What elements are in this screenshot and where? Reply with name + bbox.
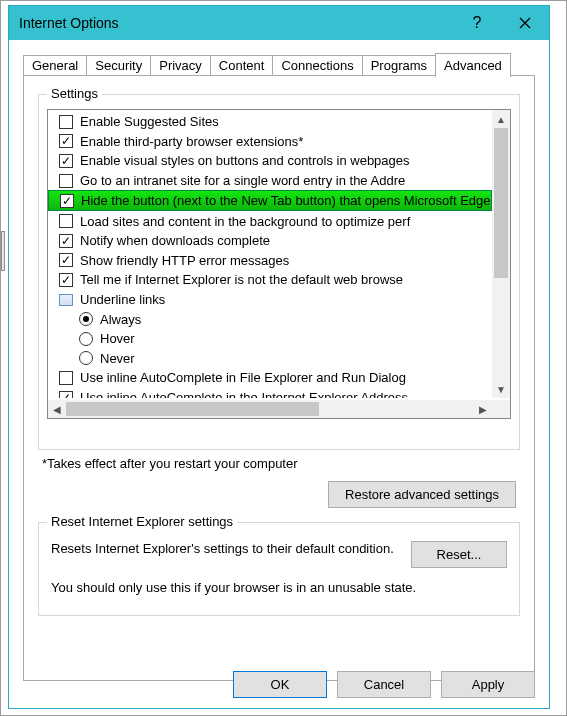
checkbox-icon[interactable] bbox=[59, 253, 73, 267]
checkbox-icon[interactable] bbox=[59, 371, 73, 385]
setting-item[interactable]: Tell me if Internet Explorer is not the … bbox=[48, 270, 492, 290]
help-button[interactable]: ? bbox=[453, 6, 501, 40]
setting-label: Notify when downloads complete bbox=[80, 233, 270, 248]
setting-label: Underline links bbox=[80, 292, 165, 307]
setting-label: Use inline AutoComplete in the Internet … bbox=[80, 390, 408, 398]
checkbox-icon[interactable] bbox=[59, 234, 73, 248]
setting-item[interactable]: Always bbox=[48, 309, 492, 329]
setting-item[interactable]: Go to an intranet site for a single word… bbox=[48, 171, 492, 191]
titlebar[interactable]: Internet Options ? bbox=[9, 6, 549, 40]
setting-item[interactable]: Hover bbox=[48, 329, 492, 349]
reset-button[interactable]: Reset... bbox=[411, 541, 507, 568]
checkbox-icon[interactable] bbox=[59, 154, 73, 168]
scroll-right-icon[interactable]: ▶ bbox=[474, 404, 492, 415]
checkbox-icon[interactable] bbox=[59, 115, 73, 129]
ok-button[interactable]: OK bbox=[233, 671, 327, 698]
tab-privacy[interactable]: Privacy bbox=[150, 55, 211, 76]
checkbox-icon[interactable] bbox=[59, 273, 73, 287]
group-header-icon bbox=[59, 294, 73, 306]
radio-icon[interactable] bbox=[79, 312, 93, 326]
reset-description: Resets Internet Explorer's settings to t… bbox=[51, 541, 397, 568]
setting-item[interactable]: Use inline AutoComplete in File Explorer… bbox=[48, 368, 492, 388]
setting-label: Hide the button (next to the New Tab but… bbox=[81, 193, 491, 208]
restore-advanced-button[interactable]: Restore advanced settings bbox=[328, 481, 516, 508]
setting-item[interactable]: Load sites and content in the background… bbox=[48, 211, 492, 231]
reset-group: Reset Internet Explorer settings Resets … bbox=[38, 522, 520, 616]
setting-label: Tell me if Internet Explorer is not the … bbox=[80, 272, 403, 287]
reset-group-label: Reset Internet Explorer settings bbox=[47, 514, 237, 529]
internet-options-dialog: Internet Options ? General Security Priv… bbox=[8, 5, 550, 709]
settings-tree[interactable]: Enable Suggested Sites Enable third-part… bbox=[47, 109, 511, 419]
dialog-button-bar: OK Cancel Apply bbox=[233, 671, 535, 698]
help-icon: ? bbox=[473, 14, 482, 32]
scroll-thumb[interactable] bbox=[66, 402, 319, 416]
setting-item-highlighted[interactable]: Hide the button (next to the New Tab but… bbox=[48, 190, 492, 211]
setting-item[interactable]: Enable Suggested Sites bbox=[48, 112, 492, 132]
scroll-up-icon[interactable]: ▲ bbox=[492, 110, 510, 128]
scroll-corner bbox=[492, 400, 510, 418]
reset-warning: You should only use this if your browser… bbox=[51, 580, 507, 595]
horizontal-scrollbar[interactable]: ◀ ▶ bbox=[48, 400, 492, 418]
close-button[interactable] bbox=[501, 6, 549, 40]
radio-icon[interactable] bbox=[79, 332, 93, 346]
setting-label: Show friendly HTTP error messages bbox=[80, 253, 289, 268]
apply-button[interactable]: Apply bbox=[441, 671, 535, 698]
setting-item[interactable]: Enable visual styles on buttons and cont… bbox=[48, 151, 492, 171]
setting-label: Load sites and content in the background… bbox=[80, 214, 410, 229]
restart-note: *Takes effect after you restart your com… bbox=[42, 456, 516, 471]
tab-security[interactable]: Security bbox=[86, 55, 151, 76]
tab-bar: General Security Privacy Content Connect… bbox=[23, 50, 535, 76]
setting-group-header: Underline links bbox=[48, 290, 492, 310]
checkbox-icon[interactable] bbox=[59, 134, 73, 148]
scroll-left-icon[interactable]: ◀ bbox=[48, 404, 66, 415]
tab-general[interactable]: General bbox=[23, 55, 87, 76]
setting-label: Go to an intranet site for a single word… bbox=[80, 173, 405, 188]
setting-label: Enable third-party browser extensions* bbox=[80, 134, 303, 149]
setting-label: Enable Suggested Sites bbox=[80, 114, 219, 129]
tab-connections[interactable]: Connections bbox=[272, 55, 362, 76]
setting-item[interactable]: Notify when downloads complete bbox=[48, 231, 492, 251]
setting-item[interactable]: Never bbox=[48, 349, 492, 369]
vertical-scrollbar[interactable]: ▲ ▼ bbox=[492, 110, 510, 398]
checkbox-icon[interactable] bbox=[59, 391, 73, 398]
setting-label: Enable visual styles on buttons and cont… bbox=[80, 153, 410, 168]
setting-label: Use inline AutoComplete in File Explorer… bbox=[80, 370, 406, 385]
setting-label: Never bbox=[100, 351, 135, 366]
tab-programs[interactable]: Programs bbox=[362, 55, 436, 76]
setting-item[interactable]: Enable third-party browser extensions* bbox=[48, 132, 492, 152]
window-title: Internet Options bbox=[19, 15, 453, 31]
setting-label: Hover bbox=[100, 331, 135, 346]
checkbox-icon[interactable] bbox=[59, 174, 73, 188]
radio-icon[interactable] bbox=[79, 351, 93, 365]
checkbox-icon[interactable] bbox=[59, 214, 73, 228]
advanced-page: Settings Enable Suggested Sites Enable t… bbox=[23, 75, 535, 681]
settings-group-label: Settings bbox=[47, 86, 102, 101]
cancel-button[interactable]: Cancel bbox=[337, 671, 431, 698]
settings-group: Settings Enable Suggested Sites Enable t… bbox=[38, 94, 520, 450]
decorative-stub bbox=[1, 231, 5, 271]
close-icon bbox=[519, 17, 531, 29]
tab-advanced[interactable]: Advanced bbox=[435, 53, 511, 77]
setting-item[interactable]: Show friendly HTTP error messages bbox=[48, 251, 492, 271]
setting-item[interactable]: Use inline AutoComplete in the Internet … bbox=[48, 388, 492, 398]
scroll-thumb[interactable] bbox=[494, 128, 508, 278]
checkbox-icon[interactable] bbox=[60, 194, 74, 208]
scroll-down-icon[interactable]: ▼ bbox=[492, 380, 510, 398]
setting-label: Always bbox=[100, 312, 141, 327]
tab-content[interactable]: Content bbox=[210, 55, 274, 76]
